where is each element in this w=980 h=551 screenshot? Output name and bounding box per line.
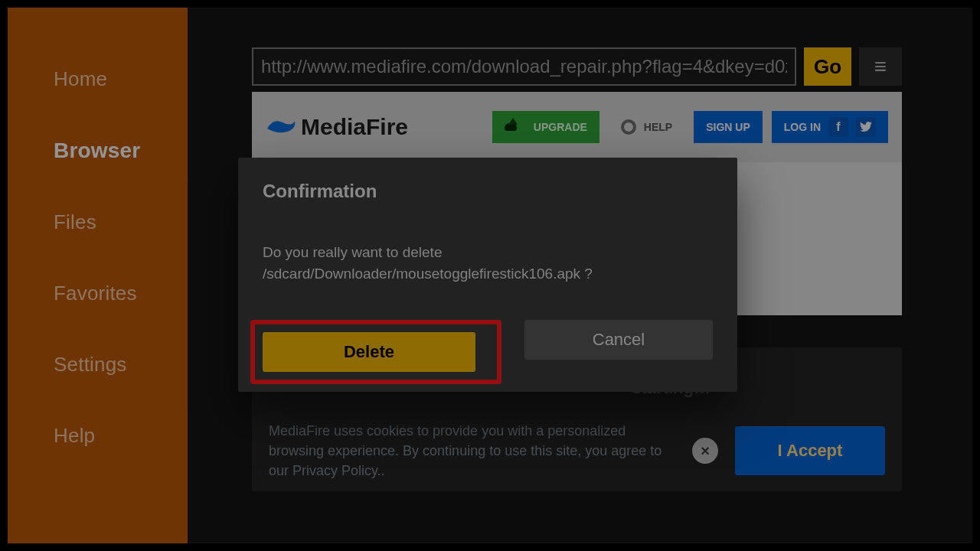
frame: [0, 0, 980, 551]
